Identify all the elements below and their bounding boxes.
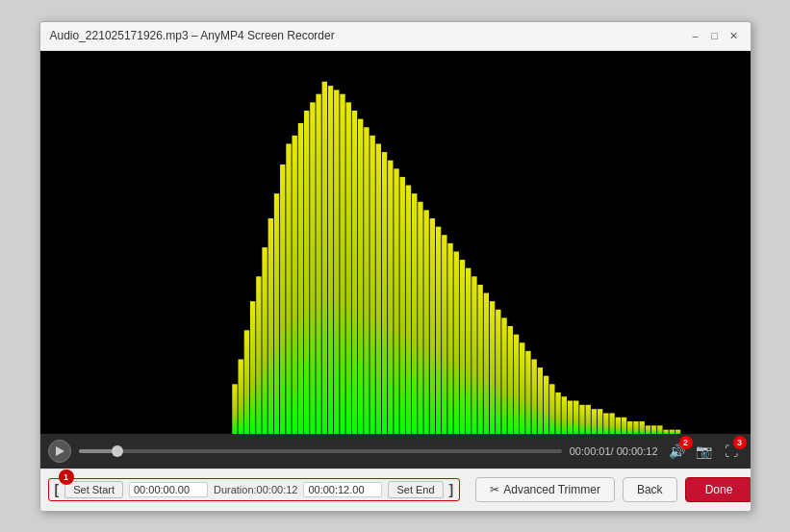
svg-rect-52 <box>543 375 548 433</box>
svg-rect-65 <box>621 417 625 433</box>
svg-rect-11 <box>297 122 302 433</box>
svg-rect-2 <box>243 330 248 434</box>
svg-rect-38 <box>459 260 464 434</box>
svg-rect-6 <box>268 217 272 433</box>
svg-rect-28 <box>399 176 404 433</box>
main-window: Audio_221025171926.mp3 – AnyMP4 Screen R… <box>39 21 752 512</box>
start-time-input[interactable] <box>129 482 208 497</box>
svg-rect-4 <box>256 276 261 434</box>
svg-rect-36 <box>447 242 452 433</box>
camera-icon: 📷 <box>696 443 712 459</box>
svg-rect-67 <box>633 421 638 434</box>
svg-rect-34 <box>435 226 440 433</box>
svg-rect-9 <box>286 143 291 434</box>
svg-rect-19 <box>345 102 350 434</box>
svg-rect-56 <box>567 400 572 433</box>
title-bar: Audio_221025171926.mp3 – AnyMP4 Screen R… <box>40 22 751 51</box>
svg-rect-30 <box>411 193 416 434</box>
svg-rect-25 <box>381 152 386 434</box>
svg-rect-10 <box>292 135 296 433</box>
fullscreen-button[interactable]: ⛶ 3 <box>720 440 743 463</box>
svg-rect-54 <box>555 392 560 433</box>
close-button[interactable]: ✕ <box>727 29 741 42</box>
svg-rect-60 <box>591 409 596 434</box>
svg-rect-16 <box>327 86 332 434</box>
svg-rect-3 <box>249 301 254 434</box>
media-content: 00:00:01/ 00:00:12 🔊 2 📷 ⛶ 3 <box>40 51 751 469</box>
svg-rect-46 <box>507 325 512 433</box>
svg-rect-31 <box>418 201 422 433</box>
svg-rect-22 <box>364 127 369 434</box>
fullscreen-badge: 3 <box>733 436 747 449</box>
scissors-icon: ✂ <box>490 483 499 496</box>
svg-rect-45 <box>501 317 506 434</box>
svg-rect-7 <box>273 193 278 434</box>
svg-rect-55 <box>561 396 566 434</box>
svg-rect-1 <box>238 359 242 434</box>
svg-rect-68 <box>639 421 644 434</box>
svg-rect-42 <box>483 292 488 433</box>
svg-rect-26 <box>388 160 393 433</box>
volume-button[interactable]: 🔊 2 <box>666 440 689 463</box>
svg-rect-24 <box>375 143 380 434</box>
svg-rect-64 <box>615 417 620 433</box>
bottom-bar: 1 [ Set Start Duration:00:00:12 Set End … <box>40 469 751 511</box>
time-display: 00:00:01/ 00:00:12 <box>570 445 658 457</box>
svg-rect-44 <box>496 309 500 433</box>
set-end-button[interactable]: Set End <box>388 481 443 498</box>
svg-rect-74 <box>675 429 679 433</box>
svg-rect-43 <box>489 301 494 434</box>
duration-label: Duration:00:00:12 <box>214 484 297 495</box>
svg-rect-63 <box>609 413 614 434</box>
svg-rect-72 <box>663 429 668 433</box>
svg-rect-49 <box>525 350 530 433</box>
svg-rect-8 <box>280 164 285 433</box>
set-start-button[interactable]: Set Start <box>64 481 123 498</box>
back-button[interactable]: Back <box>623 477 677 502</box>
trim-badge: 1 <box>59 469 74 485</box>
svg-rect-12 <box>303 110 308 433</box>
svg-rect-35 <box>442 235 446 434</box>
svg-rect-37 <box>453 251 458 434</box>
end-time-input[interactable] <box>303 482 382 497</box>
seek-thumb <box>112 445 123 457</box>
svg-rect-29 <box>405 185 410 433</box>
svg-rect-51 <box>537 367 542 434</box>
transport-bar: 00:00:01/ 00:00:12 🔊 2 📷 ⛶ 3 <box>40 434 751 469</box>
svg-rect-53 <box>549 384 554 434</box>
done-button[interactable]: Done <box>685 477 752 502</box>
left-bracket: [ <box>55 482 60 497</box>
minimize-button[interactable]: – <box>689 29 702 42</box>
waveform-area <box>40 51 751 434</box>
window-controls: – □ ✕ <box>689 29 741 42</box>
svg-rect-71 <box>657 425 662 434</box>
svg-rect-62 <box>603 413 608 434</box>
svg-rect-23 <box>370 135 374 433</box>
svg-rect-73 <box>669 429 674 433</box>
camera-button[interactable]: 📷 <box>693 440 716 463</box>
svg-rect-18 <box>340 93 344 433</box>
svg-rect-47 <box>513 334 518 433</box>
svg-rect-70 <box>650 425 655 434</box>
svg-rect-48 <box>520 342 524 434</box>
svg-rect-27 <box>394 168 398 434</box>
volume-badge: 2 <box>679 436 693 449</box>
svg-rect-40 <box>471 276 476 434</box>
svg-rect-58 <box>579 404 584 433</box>
svg-rect-17 <box>334 89 339 434</box>
svg-rect-0 <box>232 384 237 434</box>
svg-rect-41 <box>477 284 482 433</box>
svg-rect-66 <box>627 421 632 434</box>
maximize-button[interactable]: □ <box>708 29 722 42</box>
window-title: Audio_221025171926.mp3 – AnyMP4 Screen R… <box>50 29 689 42</box>
svg-rect-14 <box>316 93 320 433</box>
svg-rect-50 <box>531 359 536 434</box>
svg-rect-21 <box>357 118 362 433</box>
waveform-svg <box>40 51 751 434</box>
svg-rect-13 <box>310 102 315 434</box>
transport-icons: 🔊 2 📷 ⛶ 3 <box>666 440 743 463</box>
svg-rect-20 <box>351 110 356 433</box>
seek-bar[interactable] <box>79 449 562 453</box>
play-button[interactable] <box>48 440 71 463</box>
advanced-trimmer-button[interactable]: ✂ Advanced Trimmer <box>475 477 615 502</box>
